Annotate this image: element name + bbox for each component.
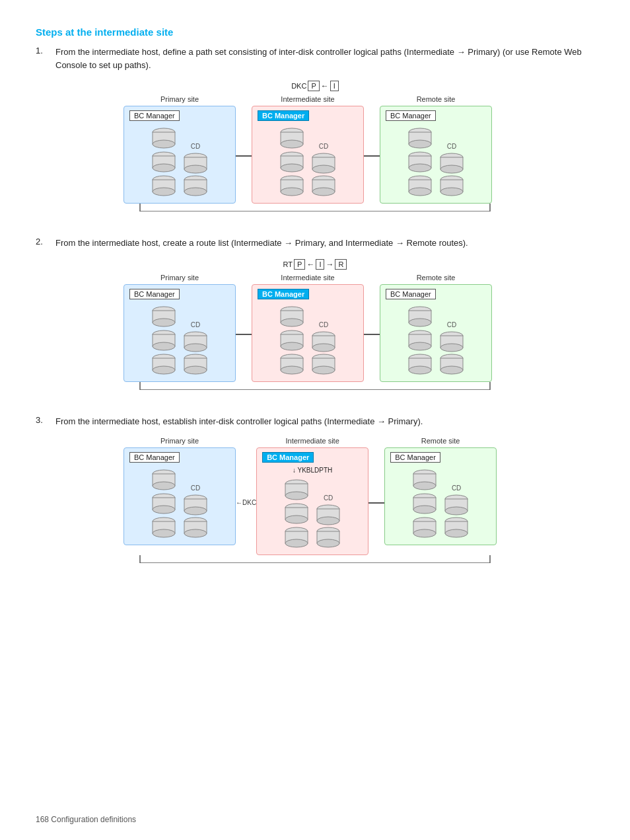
step-3-text-row: 3. From the intermediate host, establish… bbox=[36, 415, 594, 428]
page-content: Steps at the intermediate site 1. From t… bbox=[36, 26, 594, 570]
svg-point-125 bbox=[317, 539, 339, 547]
dkc-i-box: I bbox=[330, 81, 339, 91]
rt-label-row: RT P ← I → R bbox=[283, 259, 347, 270]
step-2-sites-row: Primary site BC Manager CD bbox=[123, 274, 507, 382]
step-3-sites: Primary site BC Manager CD bbox=[123, 437, 507, 563]
svg-point-89 bbox=[440, 344, 463, 352]
svg-point-23 bbox=[281, 188, 303, 196]
cylinder-svg bbox=[407, 128, 433, 149]
svg-point-29 bbox=[312, 188, 335, 196]
disk-col-1 bbox=[151, 128, 176, 196]
primary-site-3: Primary site BC Manager CD bbox=[123, 437, 236, 545]
svg-point-131 bbox=[413, 506, 436, 514]
intermediate-site-1: Intermediate site BC Manager CD bbox=[252, 95, 364, 204]
cd-label-r1: CD bbox=[447, 143, 456, 150]
svg-point-101 bbox=[153, 506, 175, 514]
primary-box-3: BC Manager CD bbox=[123, 447, 236, 545]
primary-label-1: Primary site bbox=[160, 95, 199, 103]
cylinder-svg bbox=[183, 175, 208, 196]
svg-point-71 bbox=[281, 366, 303, 374]
cylinder-svg bbox=[439, 153, 464, 174]
remote-box-1: BC Manager CD bbox=[380, 106, 492, 204]
svg-point-92 bbox=[440, 366, 463, 374]
intermediate-box-1: BC Manager CD bbox=[252, 106, 364, 204]
svg-point-35 bbox=[409, 164, 431, 172]
primary-box-2: BC Manager CD bbox=[123, 284, 236, 382]
svg-point-107 bbox=[184, 507, 207, 515]
svg-point-80 bbox=[409, 319, 431, 326]
cylinder-svg bbox=[151, 151, 176, 172]
rt-i-box: I bbox=[316, 259, 324, 270]
step-1: 1. From the intermediate host, define a … bbox=[36, 46, 594, 218]
svg-point-128 bbox=[413, 482, 436, 490]
svg-point-122 bbox=[317, 517, 339, 525]
remote-bc-3: BC Manager bbox=[390, 452, 440, 463]
cylinder-svg bbox=[183, 153, 208, 174]
remote-bc-1: BC Manager bbox=[386, 110, 436, 121]
remote-site-3: Remote site BC Manager CD bbox=[384, 437, 497, 545]
remote-box-3: BC Manager CD bbox=[384, 447, 497, 545]
svg-point-5 bbox=[153, 164, 175, 172]
primary-bc-3: BC Manager bbox=[129, 452, 180, 463]
intermediate-bc-2: BC Manager bbox=[258, 289, 309, 299]
step-2-sites: Primary site BC Manager CD bbox=[123, 274, 507, 390]
cylinder-svg bbox=[311, 175, 336, 196]
step-3-diagram: Primary site BC Manager CD bbox=[36, 437, 594, 563]
remote-site-2: Remote site BC Manager CD bbox=[380, 274, 492, 382]
svg-point-116 bbox=[285, 515, 308, 523]
svg-point-20 bbox=[281, 164, 303, 172]
step-2-diagram: RT P ← I → R Primary site BC Manager bbox=[36, 259, 594, 390]
primary-bc-1: BC Manager bbox=[129, 110, 180, 121]
cd-label-i1: CD bbox=[319, 143, 328, 150]
primary-label-2: Primary site bbox=[160, 274, 199, 282]
rt-text: RT bbox=[283, 260, 293, 268]
intermediate-site-2: Intermediate site BC Manager CD bbox=[252, 274, 364, 382]
remote-box-2: BC Manager CD bbox=[380, 284, 492, 382]
svg-point-50 bbox=[153, 319, 175, 326]
intermediate-box-3: BC Manager ↓ YKBLDPTH CD bbox=[256, 447, 368, 555]
svg-point-2 bbox=[153, 140, 175, 148]
remote-label-3: Remote site bbox=[421, 437, 460, 445]
svg-point-86 bbox=[409, 366, 431, 374]
primary-box-1: BC Manager CD bbox=[123, 106, 236, 204]
rt-arrow-right: → bbox=[326, 260, 333, 269]
primary-disks-2: CD bbox=[129, 303, 230, 377]
intermediate-bc-1: BC Manager bbox=[258, 110, 309, 121]
intermediate-site-3: Intermediate site BC Manager ↓ YKBLDPTH bbox=[256, 437, 368, 555]
intermediate-bc-3: BC Manager bbox=[262, 452, 314, 463]
cylinder-svg bbox=[439, 175, 464, 196]
svg-point-134 bbox=[413, 529, 436, 537]
dkc-arrow-label-3: ←DKC bbox=[236, 499, 256, 506]
step-3: 3. From the intermediate host, establish… bbox=[36, 415, 594, 570]
svg-point-113 bbox=[285, 492, 308, 500]
remote-disks-1: CD bbox=[386, 125, 486, 199]
svg-point-68 bbox=[281, 342, 303, 350]
svg-point-74 bbox=[312, 344, 335, 352]
step-3-sites-row: Primary site BC Manager CD bbox=[123, 437, 507, 555]
dkc-p-box: P bbox=[308, 81, 319, 91]
rt-p-box: P bbox=[294, 259, 305, 270]
cylinder-svg bbox=[151, 128, 176, 149]
svg-point-62 bbox=[184, 366, 207, 374]
intermediate-label-1: Intermediate site bbox=[281, 95, 334, 103]
step-1-sites: Primary site BC Manager CD bbox=[123, 95, 507, 211]
cylinder-svg bbox=[279, 175, 304, 196]
step-1-diagram: DKC P ← I Primary site BC Manager bbox=[36, 81, 594, 211]
svg-point-32 bbox=[409, 140, 431, 148]
bottom-bracket-1 bbox=[123, 204, 507, 211]
step-3-desc: From the intermediate host, establish in… bbox=[55, 415, 423, 428]
rt-arrow-left: ← bbox=[306, 260, 314, 269]
svg-point-53 bbox=[153, 342, 175, 350]
svg-point-41 bbox=[440, 165, 463, 173]
remote-label-1: Remote site bbox=[417, 95, 456, 103]
remote-bc-2: BC Manager bbox=[386, 289, 436, 299]
intermediate-disks-1: CD bbox=[258, 125, 358, 199]
dkc-arrow-1: ← bbox=[321, 81, 329, 91]
primary-disks-1: CD bbox=[129, 125, 230, 199]
step-1-desc: From the intermediate host, define a pat… bbox=[55, 46, 594, 71]
intermediate-label-3: Intermediate site bbox=[285, 437, 339, 445]
connector-2 bbox=[364, 155, 380, 157]
svg-point-38 bbox=[409, 188, 431, 196]
cylinder-svg bbox=[311, 153, 336, 174]
remote-site-1: Remote site BC Manager CD bbox=[380, 95, 492, 204]
